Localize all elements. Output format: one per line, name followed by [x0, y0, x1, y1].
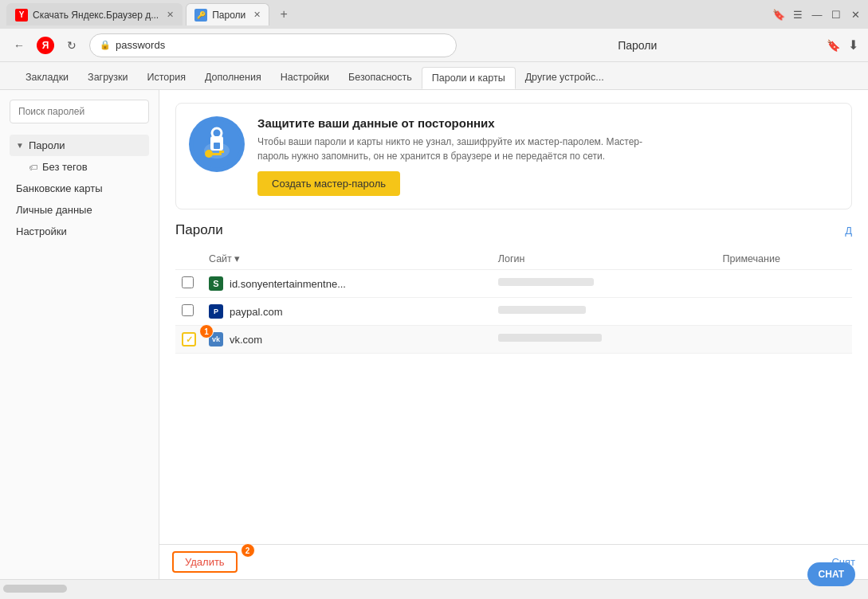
row2-site: P paypal.com: [202, 298, 492, 326]
address-input-wrap[interactable]: 🔒 passwords: [89, 33, 457, 57]
chat-button[interactable]: CHAT: [807, 562, 855, 586]
row3-checkbox[interactable]: [182, 332, 196, 346]
row2-checkbox-cell[interactable]: [175, 298, 202, 326]
row3-site-text: vk.com: [230, 334, 262, 346]
main-content: ▼ Пароли 🏷 Без тегов Банковские карты Ли…: [0, 90, 868, 579]
row2-note: [716, 298, 852, 326]
tab-other-devices[interactable]: Другие устройс...: [516, 67, 614, 89]
col-login: Логин: [492, 248, 717, 270]
banner-icon: [189, 116, 245, 172]
tab-downloads[interactable]: Загрузки: [78, 67, 137, 89]
content-area: Защитите ваши данные от посторонних Чтоб…: [159, 90, 868, 544]
tab1-close[interactable]: ✕: [167, 10, 174, 20]
col-note: Примечание: [716, 248, 852, 270]
table-row: S id.sonyentertainmentne...: [175, 270, 852, 298]
scrollbar-area: [0, 579, 868, 597]
create-master-password-button[interactable]: Создать мастер-пароль: [257, 171, 400, 196]
sidebar-item-bank-cards[interactable]: Банковские карты: [10, 178, 149, 199]
yandex-logo[interactable]: Я: [37, 37, 54, 54]
bottom-bar: Удалить 2 Снят: [159, 544, 868, 579]
row1-checkbox[interactable]: [182, 276, 194, 288]
svg-point-6: [205, 150, 213, 158]
refresh-button[interactable]: ↻: [62, 36, 81, 55]
row1-site: S id.sonyentertainmentne...: [202, 270, 492, 298]
row3-login: [492, 326, 717, 354]
tab1-favicon: Y: [15, 9, 28, 22]
row2-login-blur: [498, 306, 586, 314]
nav-tabs: Закладки Загрузки История Дополнения Нас…: [0, 62, 868, 90]
personal-data-label: Личные данные: [16, 204, 92, 216]
address-text[interactable]: passwords: [116, 39, 446, 51]
svg-rect-3: [214, 143, 220, 149]
row3-checkbox-cell[interactable]: 1: [175, 326, 202, 354]
sidebar-no-tags-label: Без тегов: [42, 161, 88, 173]
tab-bookmarks[interactable]: Закладки: [16, 67, 78, 89]
sidebar: ▼ Пароли 🏷 Без тегов Банковские карты Ли…: [0, 90, 159, 579]
section-header: Пароли Д: [175, 222, 852, 238]
search-input[interactable]: [10, 100, 149, 123]
banner-title: Защитите ваши данные от посторонних: [257, 116, 656, 130]
row1-login: [492, 270, 717, 298]
lock-icon: 🔒: [100, 40, 111, 50]
delete-button[interactable]: Удалить: [172, 551, 238, 573]
maximize-button[interactable]: ☐: [830, 8, 842, 21]
sidebar-item-settings[interactable]: Настройки: [10, 221, 149, 242]
tab-passwords-cards[interactable]: Пароли и карты: [422, 67, 516, 89]
svg-rect-7: [212, 153, 222, 155]
tab-passwords[interactable]: 🔑 Пароли ✕: [186, 3, 269, 25]
row3-login-blur: [498, 334, 602, 342]
svg-rect-9: [222, 151, 224, 153]
sidebar-passwords-label: Пароли: [29, 139, 65, 151]
scroll-thumb[interactable]: [3, 585, 67, 593]
bank-cards-label: Банковские карты: [16, 182, 103, 194]
row1-checkbox-cell[interactable]: [175, 270, 202, 298]
row2-login: [492, 298, 717, 326]
sony-favicon: S: [209, 276, 223, 291]
passwords-table: Сайт ▾ Логин Примечание: [175, 248, 852, 354]
tab-history[interactable]: История: [137, 67, 194, 89]
tab-yandex-download[interactable]: Y Скачать Яндекс.Браузер д... ✕: [6, 3, 183, 25]
section-link[interactable]: Д: [845, 225, 852, 237]
page-title: Пароли: [465, 39, 811, 52]
sidebar-item-no-tags[interactable]: 🏷 Без тегов: [10, 156, 149, 178]
title-bar: Y Скачать Яндекс.Браузер д... ✕ 🔑 Пароли…: [0, 0, 868, 29]
arrow-icon: ▼: [16, 141, 24, 150]
download-icon[interactable]: ⬇: [848, 37, 858, 53]
window-controls: 🔖 ☰ — ☐ ✕: [772, 8, 862, 21]
menu-icon[interactable]: ☰: [791, 8, 804, 21]
banner-description: Чтобы ваши пароли и карты никто не узнал…: [257, 135, 656, 163]
bookmark-icon[interactable]: 🔖: [827, 39, 840, 52]
row1-login-blur: [498, 278, 594, 286]
sidebar-item-passwords[interactable]: ▼ Пароли: [10, 135, 149, 156]
sidebar-item-personal-data[interactable]: Личные данные: [10, 199, 149, 221]
tab1-label: Скачать Яндекс.Браузер д...: [33, 10, 159, 21]
tab-settings[interactable]: Настройки: [271, 67, 339, 89]
annotation-1: 1: [199, 324, 214, 339]
back-button[interactable]: ←: [10, 36, 29, 55]
tab2-close[interactable]: ✕: [253, 10, 261, 20]
settings-label: Настройки: [16, 225, 67, 237]
svg-rect-8: [219, 151, 222, 153]
tab2-label: Пароли: [212, 10, 245, 21]
address-bar: ← Я ↻ 🔒 passwords Пароли 🔖 ⬇: [0, 29, 868, 62]
security-banner: Защитите ваши данные от посторонних Чтоб…: [175, 103, 852, 209]
row1-note: [716, 270, 852, 298]
row1-site-text: id.sonyentertainmentne...: [230, 278, 346, 290]
passwords-section: Пароли Д Сайт ▾ Логин Примечание: [175, 222, 852, 354]
tag-icon: 🏷: [29, 162, 37, 172]
row2-site-text: paypal.com: [230, 306, 282, 318]
bookmark-manager-icon[interactable]: 🔖: [772, 8, 785, 21]
paypal-favicon: P: [209, 304, 223, 319]
row2-checkbox[interactable]: [182, 304, 194, 316]
minimize-button[interactable]: —: [811, 8, 823, 21]
tab2-favicon: 🔑: [194, 9, 207, 22]
col-site: Сайт ▾: [202, 248, 492, 270]
close-button[interactable]: ✕: [849, 8, 862, 21]
tab-security[interactable]: Безопасность: [339, 67, 422, 89]
row3-note: [716, 326, 852, 354]
table-row: P paypal.com: [175, 298, 852, 326]
annotation-2: 2: [241, 543, 255, 558]
new-tab-button[interactable]: +: [273, 3, 295, 25]
banner-text: Защитите ваши данные от посторонних Чтоб…: [257, 116, 656, 196]
tab-extensions[interactable]: Дополнения: [195, 67, 271, 89]
